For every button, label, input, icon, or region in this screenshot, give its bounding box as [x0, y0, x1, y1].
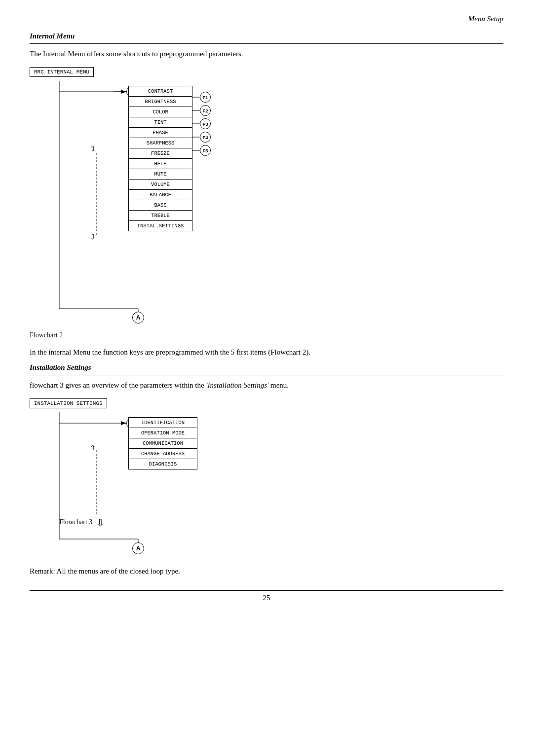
- fc2-menu: IDENTIFICATION OPERATION MODE COMMUNICAT…: [128, 417, 197, 469]
- menu-item-freeze: FREEZE: [128, 148, 192, 159]
- fkey-f2: F2: [200, 105, 211, 116]
- fc2-menu-operation-mode: OPERATION MODE: [128, 428, 197, 438]
- fc2-menu-diagnosis: DIAGNOSIS: [128, 459, 197, 469]
- fkey-f5: F5: [200, 145, 211, 156]
- remark-text: Remark: All the menus are of the closed …: [30, 567, 503, 576]
- menu-item-balance: BALANCE: [128, 190, 192, 200]
- menu-item-mute: MUTE: [128, 169, 192, 180]
- menu-item-help: HELP: [128, 159, 192, 169]
- fc2-bottom-a-badge: A: [132, 542, 144, 554]
- scroll-down-arrow: ⇩: [90, 232, 96, 242]
- fc2-menu-identification: IDENTIFICATION: [128, 417, 197, 428]
- fkey-f3: F3: [200, 118, 211, 129]
- fc2-scroll-down-arrow: ⇩: [96, 517, 105, 528]
- menu-item-instal-settings: INSTAL.SETTINGS: [128, 221, 192, 231]
- flowchart2: INSTALLATION SETTINGS A ⇧: [30, 398, 237, 561]
- menu-item-sharpness: SHARPNESS: [128, 138, 192, 148]
- section2-intro-prefix: flowchart 3 gives an overview of the par…: [30, 381, 206, 389]
- fc2-scroll-up-arrow: ⇧: [90, 443, 96, 453]
- section1-title: Internal Menu: [30, 32, 503, 40]
- section1-divider: [30, 43, 503, 44]
- flowchart2-area: INSTALLATION SETTINGS A ⇧: [30, 398, 503, 561]
- menu-item-contrast: CONTRAST: [128, 86, 192, 97]
- menu-item-tint: TINT: [128, 117, 192, 128]
- section-installation-settings: Installation Settings flowchart 3 gives …: [30, 363, 503, 576]
- fc1-label: Flowchart 2: [30, 331, 503, 339]
- menu-item-phase: PHASE: [128, 128, 192, 138]
- menu-item-treble: TREBLE: [128, 211, 192, 221]
- section2-intro: flowchart 3 gives an overview of the par…: [30, 381, 503, 390]
- flowchart1-area: RRC INTERNAL MENU: [30, 67, 503, 339]
- section2-intro-suffix: menu.: [268, 381, 289, 389]
- section1-body: In the internal Menu the function keys a…: [30, 348, 503, 357]
- section1-intro: The Internal Menu offers some shortcuts …: [30, 50, 503, 58]
- section-internal-menu: Internal Menu The Internal Menu offers s…: [30, 32, 503, 357]
- section2-title: Installation Settings: [30, 363, 503, 372]
- page-header: Menu Setup: [30, 15, 503, 23]
- section2-intro-italic: 'Installation Settings': [206, 381, 268, 389]
- section2-divider: [30, 375, 503, 375]
- flowchart1: RRC INTERNAL MENU: [30, 67, 237, 328]
- header-title: Menu Setup: [468, 15, 503, 23]
- fc1-bottom-a-badge: A: [132, 312, 144, 324]
- menu-item-brightness: BRIGHTNESS: [128, 97, 192, 107]
- menu-item-bass: BASS: [128, 200, 192, 211]
- scroll-up-arrow: ⇧: [90, 144, 96, 153]
- svg-marker-3: [121, 90, 126, 94]
- page-footer: 25: [30, 590, 503, 602]
- fc2-label-text: Flowchart 3: [59, 518, 92, 526]
- fkey-f4: F4: [200, 132, 211, 143]
- fc1-title-box: RRC INTERNAL MENU: [30, 67, 94, 77]
- page-number: 25: [263, 594, 270, 602]
- menu-item-color: COLOR: [128, 107, 192, 117]
- fc1-menu: CONTRAST BRIGHTNESS COLOR TINT PHASE SHA…: [128, 86, 192, 231]
- menu-item-volume: VOLUME: [128, 180, 192, 190]
- svg-marker-15: [121, 421, 126, 425]
- fkey-f1: F1: [200, 92, 211, 103]
- fc2-title-box: INSTALLATION SETTINGS: [30, 398, 107, 408]
- fc2-label-inline: Flowchart 3 ⇩: [59, 517, 105, 529]
- fc2-menu-change-address: CHANGE ADDRESS: [128, 449, 197, 459]
- fc2-menu-communication: COMMUNICATION: [128, 438, 197, 449]
